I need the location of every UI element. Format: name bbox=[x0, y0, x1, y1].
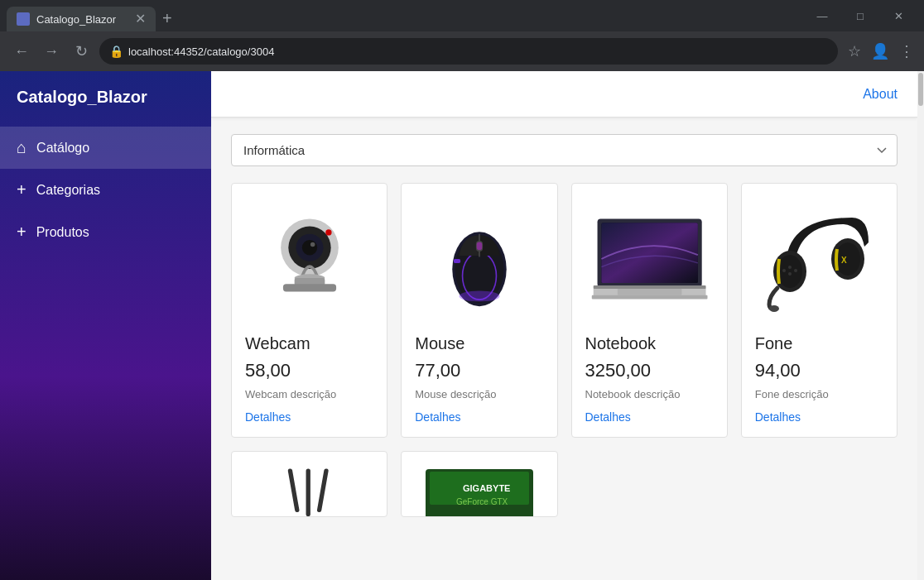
svg-text:GIGABYTE: GIGABYTE bbox=[463, 483, 510, 493]
sidebar-item-categorias[interactable]: + Categorias bbox=[0, 169, 211, 211]
topbar: About bbox=[211, 71, 917, 117]
sidebar-item-catalogo[interactable]: ⌂ Catálogo bbox=[0, 127, 211, 169]
product-name-fone: Fone bbox=[755, 334, 883, 353]
browser-window: Catalogo_Blazor ✕ + — □ ✕ ← → ↻ 🔒 localh… bbox=[0, 0, 924, 580]
address-bar: ← → ↻ 🔒 localhost:44352/catalogo/3004 ☆ … bbox=[0, 31, 924, 71]
tab-favicon bbox=[17, 12, 30, 26]
product-image-fone: X bbox=[755, 197, 883, 321]
forward-button[interactable]: → bbox=[40, 40, 63, 63]
reload-button[interactable]: ↻ bbox=[70, 40, 93, 63]
products-grid-row2: GIGABYTE GeForce GTX bbox=[231, 451, 898, 517]
svg-point-31 bbox=[782, 269, 786, 272]
category-filter: Informática Eletrônicos Periféricos bbox=[231, 134, 898, 166]
svg-rect-21 bbox=[591, 295, 707, 300]
about-link[interactable]: About bbox=[863, 87, 898, 102]
svg-rect-36 bbox=[316, 468, 329, 512]
app-container: Catalogo_Blazor ⌂ Catálogo + Categorias … bbox=[0, 71, 924, 580]
product-price-notebook: 3250,00 bbox=[585, 360, 714, 381]
address-text: localhost:44352/catalogo/3004 bbox=[128, 46, 828, 58]
minimize-button[interactable]: — bbox=[803, 3, 841, 28]
new-tab-button[interactable]: + bbox=[159, 6, 176, 31]
svg-point-15 bbox=[459, 290, 499, 301]
home-icon: ⌂ bbox=[17, 138, 26, 157]
product-price-fone: 94,00 bbox=[755, 360, 883, 381]
menu-icon[interactable]: ⋮ bbox=[899, 42, 914, 60]
product-price-mouse: 77,00 bbox=[415, 360, 543, 381]
plus-icon-produtos: + bbox=[17, 223, 26, 242]
svg-point-32 bbox=[794, 269, 797, 272]
svg-point-27 bbox=[835, 242, 860, 276]
product-name-webcam: Webcam bbox=[245, 334, 373, 353]
tab-close-button[interactable]: ✕ bbox=[135, 12, 146, 26]
product-details-link-fone[interactable]: Detalhes bbox=[755, 410, 883, 424]
product-card-gpu-partial: GIGABYTE GeForce GTX bbox=[401, 451, 557, 517]
product-desc-mouse: Mouse descrição bbox=[415, 388, 543, 400]
close-button[interactable]: ✕ bbox=[879, 3, 917, 28]
svg-rect-34 bbox=[287, 468, 300, 512]
svg-rect-22 bbox=[617, 289, 681, 295]
content-area: Informática Eletrônicos Periféricos bbox=[211, 117, 917, 580]
product-image-webcam bbox=[245, 197, 373, 321]
product-card-webcam: Webcam 58,00 Webcam descrição Detalhes bbox=[231, 183, 387, 438]
sidebar-item-produtos[interactable]: + Produtos bbox=[0, 211, 211, 253]
product-details-link-webcam[interactable]: Detalhes bbox=[245, 410, 373, 424]
svg-point-4 bbox=[310, 242, 315, 247]
sidebar-brand: Catalogo_Blazor bbox=[0, 71, 211, 120]
product-image-mouse bbox=[415, 197, 543, 321]
product-name-notebook: Notebook bbox=[585, 334, 714, 353]
svg-point-3 bbox=[301, 240, 316, 255]
product-desc-notebook: Notebook descrição bbox=[585, 388, 714, 400]
profile-icon[interactable]: 👤 bbox=[871, 42, 889, 60]
sidebar: Catalogo_Blazor ⌂ Catálogo + Categorias … bbox=[0, 71, 211, 580]
category-select[interactable]: Informática Eletrônicos Periféricos bbox=[231, 134, 898, 166]
product-name-mouse: Mouse bbox=[415, 334, 543, 353]
back-button[interactable]: ← bbox=[10, 40, 33, 63]
svg-point-29 bbox=[788, 266, 792, 269]
svg-rect-16 bbox=[454, 259, 460, 263]
product-details-link-notebook[interactable]: Detalhes bbox=[585, 410, 714, 424]
tab-title: Catalogo_Blazor bbox=[36, 13, 116, 26]
svg-rect-14 bbox=[477, 242, 483, 251]
svg-point-25 bbox=[777, 255, 802, 288]
active-tab[interactable]: Catalogo_Blazor ✕ bbox=[7, 7, 156, 31]
lock-icon: 🔒 bbox=[109, 45, 123, 58]
product-card-mouse: Mouse 77,00 Mouse descrição Detalhes bbox=[401, 183, 557, 438]
sidebar-nav: ⌂ Catálogo + Categorias + Produtos bbox=[0, 120, 211, 253]
tab-bar: Catalogo_Blazor ✕ + — □ ✕ bbox=[0, 0, 924, 31]
svg-text:X: X bbox=[841, 256, 847, 265]
main-content: About Informática Eletrônicos Periférico… bbox=[211, 71, 917, 580]
browser-scrollbar[interactable] bbox=[917, 71, 924, 580]
window-controls: — □ ✕ bbox=[803, 3, 917, 31]
product-desc-webcam: Webcam descrição bbox=[245, 388, 373, 400]
svg-rect-35 bbox=[306, 468, 310, 516]
svg-rect-23 bbox=[593, 285, 705, 289]
maximize-button[interactable]: □ bbox=[841, 3, 879, 28]
svg-text:GeForce GTX: GeForce GTX bbox=[456, 497, 508, 506]
product-details-link-mouse[interactable]: Detalhes bbox=[415, 410, 543, 424]
product-card-router-partial bbox=[231, 451, 387, 517]
svg-point-8 bbox=[325, 229, 331, 235]
product-desc-fone: Fone descrição bbox=[755, 388, 883, 400]
product-image-notebook bbox=[585, 197, 714, 321]
sidebar-label-catalogo: Catálogo bbox=[36, 141, 89, 156]
product-card-fone: X Fone 94,00 Fone descrição Detalhes bbox=[741, 183, 898, 438]
svg-point-28 bbox=[769, 305, 779, 312]
svg-point-30 bbox=[788, 272, 792, 276]
svg-rect-7 bbox=[283, 284, 336, 291]
products-grid: Webcam 58,00 Webcam descrição Detalhes bbox=[231, 183, 898, 438]
product-price-webcam: 58,00 bbox=[245, 360, 373, 381]
plus-icon-categorias: + bbox=[17, 180, 26, 199]
product-card-notebook: Notebook 3250,00 Notebook descrição Deta… bbox=[571, 183, 728, 438]
bookmark-icon[interactable]: ☆ bbox=[848, 42, 861, 60]
sidebar-label-categorias: Categorias bbox=[36, 183, 100, 198]
sidebar-label-produtos: Produtos bbox=[36, 225, 89, 240]
address-input-wrap[interactable]: 🔒 localhost:44352/catalogo/3004 bbox=[99, 38, 838, 65]
scrollbar-thumb[interactable] bbox=[918, 73, 923, 106]
